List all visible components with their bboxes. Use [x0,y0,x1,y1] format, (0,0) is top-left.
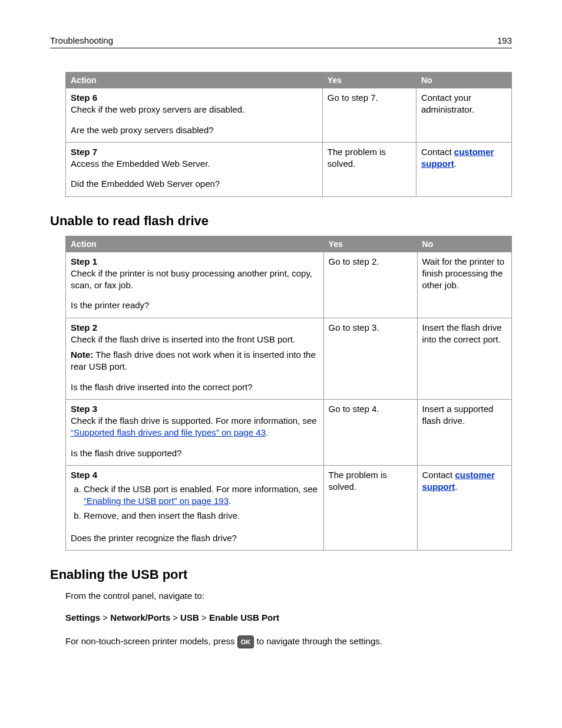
col-action-header: Action [66,73,323,88]
usb-section: From the control panel, navigate to: Set… [65,589,512,648]
sub-steps: Check if the USB port is enabled. For mo… [71,483,319,522]
step-label: Step 6 [71,92,318,104]
usb-intro: From the control panel, navigate to: [65,589,512,603]
yes-cell: The problem is solved. [322,142,416,196]
yes-cell: Go to step 2. [323,252,417,318]
page-header: Troubleshooting 193 [50,35,512,48]
substep-a: Check if the USB port is enabled. For mo… [84,483,319,508]
heading-usb-port: Enabling the USB port [50,567,512,582]
table-row: Step 2 Check if the flash drive is inser… [66,318,512,399]
no-cell: Wait for the printer to finish processin… [417,252,511,318]
step-label: Step 1 [71,256,319,268]
step-question: Did the Embedded Web Server open? [71,178,318,190]
step-text: Access the Embedded Web Server. [71,158,318,170]
table-row: Step 7 Access the Embedded Web Server. D… [66,142,512,196]
step-text: Check if the flash drive is supported. F… [71,415,319,439]
no-cell: Contact your administrator. [416,88,511,143]
section-title: Troubleshooting [50,35,113,45]
step-question: Is the flash drive inserted into the cor… [71,381,319,393]
supported-flash-link[interactable]: “Supported flash drives and file types” … [71,427,266,437]
heading-flash-drive: Unable to read flash drive [50,213,512,229]
yes-cell: Go to step 3. [323,318,417,399]
enabling-usb-link[interactable]: “Enabling the USB port” on page 193 [84,496,229,506]
step-text: Check if the web proxy servers are disab… [71,104,318,116]
step-question: Are the web proxy servers disabled? [71,124,318,136]
step-question: Does the printer recognize the flash dri… [71,532,319,544]
yes-cell: Go to step 4. [323,399,417,465]
yes-cell: Go to step 7. [322,88,416,143]
step-text: Check if the flash drive is inserted int… [71,334,319,345]
step-text: Check if the printer is not busy process… [71,268,319,292]
col-no-header: No [416,73,511,88]
table-row: Step 1 Check if the printer is not busy … [66,252,512,318]
substep-b: Remove, and then insert the flash drive. [84,510,319,522]
step-label: Step 4 [71,469,319,481]
step-label: Step 7 [71,146,318,158]
note: Note: The flash drive does not work when… [71,349,319,373]
table-row: Step 4 Check if the USB port is enabled.… [66,465,512,550]
col-yes-header: Yes [323,236,417,252]
col-no-header: No [417,236,511,252]
usb-instruction: For non-touch-screen printer models, pre… [65,635,512,648]
no-cell: Contact customer support. [417,465,511,550]
no-cell: Contact customer support. [416,142,511,196]
page-number: 193 [497,35,512,45]
troubleshooting-table-2: Action Yes No Step 1 Check if the printe… [65,236,512,551]
table-row: Step 3 Check if the flash drive is suppo… [66,399,512,465]
no-cell: Insert a supported flash drive. [417,399,511,465]
page: Troubleshooting 193 Action Yes No Step 6… [0,0,562,728]
table-row: Step 6 Check if the web proxy servers ar… [66,88,512,143]
yes-cell: The problem is solved. [323,465,417,550]
no-cell: Insert the flash drive into the correct … [417,318,511,399]
nav-path: Settings > Network/Ports > USB > Enable … [65,611,512,625]
troubleshooting-table-1: Action Yes No Step 6 Check if the web pr… [65,72,512,197]
ok-button-icon: OK [237,635,254,649]
step-question: Is the printer ready? [71,299,319,311]
col-action-header: Action [66,236,324,252]
col-yes-header: Yes [322,73,416,88]
step-question: Is the flash drive supported? [71,447,319,459]
step-label: Step 2 [71,322,319,334]
step-label: Step 3 [71,403,319,415]
